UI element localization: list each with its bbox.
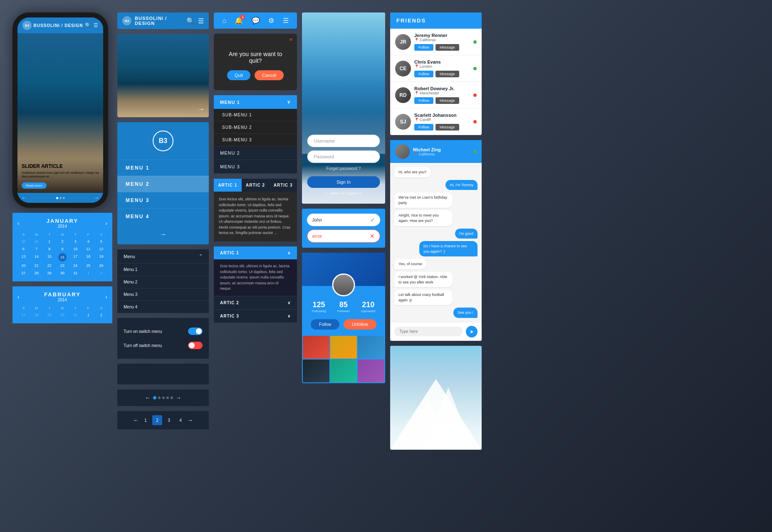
tab-artic1[interactable]: ARTIC 1	[214, 179, 242, 192]
cal-day[interactable]: 10	[69, 246, 82, 252]
home-icon[interactable]: ⌂	[222, 17, 226, 25]
gallery-item-6[interactable]	[358, 360, 384, 382]
dropdown-item-2[interactable]: Menu 2	[117, 276, 209, 288]
gallery-item-3[interactable]	[358, 336, 384, 359]
cal-day[interactable]: 7	[30, 246, 42, 252]
message-button-robert[interactable]: Message	[435, 97, 459, 104]
username-input-field[interactable]: Username	[307, 135, 380, 147]
num-pag-prev[interactable]: ←	[133, 417, 139, 424]
cal-day[interactable]: 30	[56, 312, 68, 318]
error-input[interactable]: error ✕	[307, 229, 380, 243]
cal-day[interactable]: 11	[82, 246, 94, 252]
cal-day[interactable]: 21	[30, 262, 42, 269]
cal-day[interactable]: 28	[30, 312, 42, 318]
cal-day[interactable]: 1	[82, 312, 94, 318]
cal-day[interactable]: 23	[56, 262, 68, 269]
cal-day-today[interactable]: 16	[58, 253, 67, 261]
cal-jan-prev[interactable]: ‹	[17, 220, 20, 227]
sidebar-item-menu2[interactable]: MENU 2	[117, 176, 209, 192]
gallery-item-1[interactable]	[303, 336, 329, 359]
cal-day[interactable]: 31	[69, 312, 82, 318]
sidebar-item-menu1[interactable]: MENU 1	[117, 160, 209, 176]
menu2-item[interactable]: MENU 2	[214, 146, 297, 160]
cal-day[interactable]: 8	[43, 246, 55, 252]
follow-button-scarlett[interactable]: Follow	[414, 124, 433, 131]
menu-icon[interactable]: ☰	[283, 17, 289, 25]
gear-icon[interactable]: ⚙	[268, 17, 274, 25]
dropdown-header[interactable]: Menu ⌃	[117, 249, 209, 263]
message-button-scarlett[interactable]: Message	[435, 124, 459, 131]
gallery-item-5[interactable]	[330, 360, 357, 382]
cal-day[interactable]: 31	[69, 270, 82, 276]
dropdown-item-1[interactable]: Menu 1	[117, 263, 209, 276]
signin-button[interactable]: Sign In	[307, 176, 380, 188]
profile-unfollow-button[interactable]: Unfollow	[344, 319, 376, 330]
message-button-jeremy[interactable]: Message	[435, 44, 459, 51]
keep-logged-checkbox[interactable]: ○ keep me logged in	[307, 191, 380, 195]
chat-type-input[interactable]	[394, 327, 463, 336]
cal-day[interactable]: 26	[95, 262, 107, 269]
cal-day[interactable]: 12	[95, 246, 107, 252]
cal-day[interactable]: 1	[82, 270, 94, 276]
submenu-item-2[interactable]: SUB-MENU 2	[214, 121, 297, 134]
profile-follow-button[interactable]: Follow	[311, 319, 339, 330]
menu-icon[interactable]: ☰	[94, 22, 98, 28]
sidebar-item-menu4[interactable]: MENU 4	[117, 208, 209, 224]
tab-artic2[interactable]: ARTIC 2	[242, 179, 270, 192]
page-num-3[interactable]: 3	[164, 415, 174, 425]
forgot-password-link[interactable]: Forget password ?	[307, 166, 380, 171]
tab-artic3[interactable]: ARTIC 3	[269, 179, 297, 192]
pag-next-icon[interactable]: →	[176, 394, 181, 401]
nav-menu-icon[interactable]: ☰	[198, 17, 204, 25]
cal-day[interactable]: 2	[95, 270, 107, 276]
page-num-1[interactable]: 1	[141, 415, 151, 425]
cal-day[interactable]: 31	[30, 238, 42, 245]
page-dot-4[interactable]	[166, 397, 169, 399]
cal-day[interactable]: 25	[82, 262, 94, 269]
page-num-4[interactable]: 4	[176, 415, 186, 425]
sidebar-item-menu3[interactable]: MENU 3	[117, 192, 209, 208]
menu3-item[interactable]: MENU 3	[214, 160, 297, 174]
num-pag-next[interactable]: →	[187, 417, 193, 424]
cal-day[interactable]: 9	[56, 246, 68, 252]
cal-day[interactable]: 4	[82, 238, 94, 245]
cal-day[interactable]: 24	[69, 262, 82, 269]
accordion-header-1[interactable]: ARTIC 1 ∧	[214, 246, 297, 259]
cal-day[interactable]: 18	[82, 253, 94, 261]
cal-day[interactable]: 29	[43, 312, 55, 318]
cal-day[interactable]: 27	[17, 312, 30, 318]
cal-day[interactable]: 22	[43, 262, 55, 269]
page-dot-2[interactable]	[158, 397, 161, 399]
cal-day[interactable]: 30	[56, 270, 68, 276]
cal-day[interactable]: 2	[56, 238, 68, 245]
cal-day[interactable]: 27	[17, 270, 30, 276]
cal-feb-prev[interactable]: ‹	[17, 293, 20, 300]
cal-day[interactable]: 13	[17, 253, 30, 261]
toggle-off-switch[interactable]	[188, 342, 203, 349]
gallery-item-2[interactable]	[330, 336, 357, 359]
message-button-chris[interactable]: Message	[435, 71, 459, 77]
toggle-on-switch[interactable]	[188, 328, 203, 335]
chat-icon[interactable]: 💬	[252, 17, 260, 25]
menu1-dropdown-header[interactable]: MENU 1 ∨	[214, 95, 297, 109]
accordion-header-2[interactable]: ARTIC 2 ∨	[214, 296, 297, 309]
cal-day[interactable]: 28	[30, 270, 42, 276]
nav-left-icon[interactable]: ←	[22, 195, 27, 201]
bell-icon[interactable]: 🔔 8	[235, 17, 243, 25]
cal-day[interactable]: 30	[17, 238, 30, 245]
cal-day[interactable]: 1	[43, 238, 55, 245]
page-num-2[interactable]: 2	[152, 415, 162, 425]
submenu-item-3[interactable]: SUB-MENU 3	[214, 134, 297, 146]
nav-search-icon[interactable]: 🔍	[186, 17, 195, 25]
follow-button-chris[interactable]: Follow	[414, 71, 433, 77]
page-dot-3[interactable]	[162, 397, 165, 399]
follow-button-robert[interactable]: Follow	[414, 97, 433, 104]
cal-feb-next[interactable]: ›	[105, 293, 107, 300]
gallery-item-4[interactable]	[303, 360, 329, 382]
cal-jan-next[interactable]: ›	[105, 220, 107, 227]
accordion-header-3[interactable]: ARTIC 3 ∨	[214, 310, 297, 323]
cal-day[interactable]: 5	[95, 238, 107, 245]
cal-day[interactable]: 14	[30, 253, 42, 261]
page-dot-5[interactable]	[171, 397, 173, 399]
read-more-button[interactable]: Read more	[22, 182, 47, 189]
